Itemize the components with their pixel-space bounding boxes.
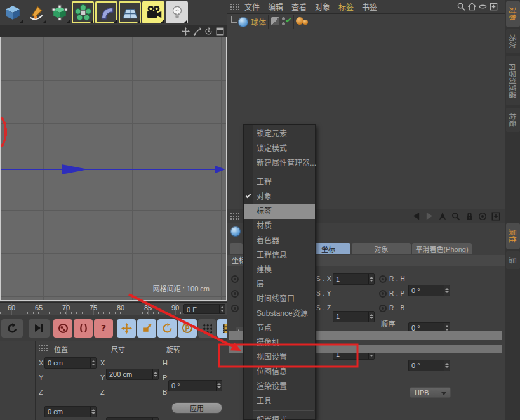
menu-item-nodes[interactable]: 节点 [244, 321, 315, 336]
keyframe-help-button[interactable]: ? [94, 319, 113, 338]
subdivision-surface-icon[interactable] [48, 1, 70, 23]
menu-item-material[interactable]: 材质 [244, 219, 315, 233]
timeline-ruler[interactable]: 60 65 70 75 80 85 90 0 F [0, 302, 227, 315]
menubar-grip[interactable] [230, 3, 239, 10]
goto-end-button[interactable] [29, 319, 50, 338]
search-icon[interactable] [457, 2, 466, 11]
rotation-h-field-attr[interactable]: 0 ° [408, 285, 450, 296]
attribute-grip[interactable] [230, 213, 239, 220]
side-tab-structure[interactable]: 构造 [506, 108, 520, 132]
tab-basic-sliver[interactable] [230, 243, 243, 254]
add-panel-icon[interactable] [489, 2, 498, 11]
animate-parameter-button[interactable]: P [178, 319, 197, 338]
cloner-icon[interactable] [72, 1, 94, 23]
up-icon[interactable] [437, 211, 448, 221]
menu-bookmarks[interactable]: 书签 [362, 1, 377, 12]
layer-color-swatch[interactable] [271, 17, 279, 25]
keyframe-circle[interactable] [379, 305, 387, 312]
animate-rotation-button[interactable] [157, 319, 177, 338]
viewport-maximize-icon[interactable] [215, 27, 224, 36]
menu-item-project[interactable]: 工程 [244, 175, 315, 190]
rotation-b-field-attr[interactable]: 0 ° [408, 360, 450, 371]
camera-icon[interactable] [142, 1, 164, 23]
viewport-dolly-icon[interactable] [192, 27, 201, 36]
point-level-animation-button[interactable] [198, 319, 216, 338]
scale-x-field[interactable]: 1 [333, 273, 375, 285]
menu-item-render-settings[interactable]: 渲染设置 [244, 379, 315, 394]
menu-item-lock-mode[interactable]: 锁定模式 [244, 141, 315, 156]
keyframe-circle[interactable] [231, 305, 239, 312]
frame-spinner[interactable] [219, 305, 225, 313]
menu-item-project-info[interactable]: 工程信息 [244, 248, 315, 263]
light-icon[interactable] [166, 1, 188, 23]
menu-item-modeling[interactable]: 建模 [244, 263, 315, 277]
menu-item-tags[interactable]: 标签 [244, 204, 315, 219]
tab-phong[interactable]: 平滑着色(Phong) [412, 243, 472, 254]
menu-item-bitmap-info[interactable]: 位图信息 [244, 365, 315, 379]
rotation-h-field[interactable]: 0 ° [168, 380, 222, 391]
side-tab-content-browser[interactable]: 内容浏览器 [506, 56, 520, 105]
lens-icon[interactable] [478, 2, 488, 11]
object-row-sphere[interactable]: 球体 [227, 15, 505, 29]
menu-item-timeline-window[interactable]: 时间线窗口 [244, 292, 315, 306]
menu-item-tools[interactable]: 工具 [244, 394, 315, 409]
menu-item-shader[interactable]: 着色器 [244, 233, 315, 248]
panel-grip[interactable] [38, 345, 48, 351]
editor-visibility-dot[interactable] [282, 17, 285, 20]
menu-item-viewport-settings[interactable]: 视图设置 [244, 350, 315, 365]
side-tab-takes[interactable]: 场次 [506, 29, 520, 53]
menu-item-layer[interactable]: 层 [244, 277, 315, 292]
record-keyframe-button[interactable] [53, 319, 72, 338]
lock-icon[interactable] [464, 211, 474, 221]
menu-tags[interactable]: 标签 [338, 1, 354, 12]
home-icon[interactable] [467, 2, 477, 11]
render-visibility-dot[interactable] [282, 22, 285, 25]
autokey-button[interactable] [74, 319, 93, 338]
forward-icon[interactable] [424, 211, 434, 221]
animate-position-button[interactable] [117, 319, 136, 338]
add-icon[interactable] [491, 211, 501, 221]
bend-deformer-icon[interactable] [95, 1, 117, 23]
current-frame-field[interactable]: 0 F [183, 304, 225, 314]
viewport[interactable]: 网格间距 : 100 cm [0, 37, 227, 301]
play-loop-button[interactable] [1, 319, 23, 338]
menu-item-new-attribute-manager[interactable]: 新建属性管理器... [244, 156, 315, 171]
phong-tag-icon-small[interactable] [303, 20, 308, 25]
order-dropdown[interactable]: HPB [410, 387, 451, 398]
viewport-pan-icon[interactable] [181, 27, 190, 36]
size-y-field[interactable]: 200 cm [106, 417, 159, 420]
position-x-field[interactable]: 0 cm [44, 357, 97, 369]
keyframe-circle[interactable] [379, 290, 387, 298]
menu-object[interactable]: 对象 [315, 1, 330, 12]
position-y-field[interactable]: 0 cm [44, 406, 97, 417]
menu-item-object[interactable]: 对象 [244, 190, 315, 204]
size-x-field[interactable]: 200 cm [106, 369, 159, 380]
pen-spline-icon[interactable] [25, 1, 47, 23]
scale-y-field[interactable]: 1 [333, 311, 375, 322]
side-tab-attributes[interactable]: 属性 [506, 223, 520, 249]
keyframe-circle[interactable] [379, 275, 387, 283]
menu-item-lock-element[interactable]: 锁定元素 [244, 127, 315, 141]
cube-primitive-icon[interactable] [1, 1, 23, 23]
object-name-label[interactable]: 球体 [251, 16, 266, 27]
apply-button[interactable]: 应用 [171, 402, 222, 414]
target-icon[interactable] [477, 211, 488, 221]
side-tab-layers[interactable]: 层 [506, 251, 520, 269]
side-tab-objects[interactable]: 对象 [506, 1, 520, 27]
search-icon[interactable] [451, 211, 461, 221]
viewport-rotate-icon[interactable] [204, 27, 213, 36]
sphere-object-icon[interactable] [238, 17, 248, 27]
menu-edit[interactable]: 编辑 [268, 1, 283, 12]
enabled-check-icon[interactable] [286, 17, 291, 22]
menu-item-camera[interactable]: 摄像机 [244, 336, 315, 350]
floor-icon[interactable] [119, 1, 141, 23]
animate-scale-button[interactable] [137, 319, 156, 338]
tab-object[interactable]: 对象 [352, 243, 411, 254]
menu-view[interactable]: 查看 [291, 1, 307, 12]
menu-item-substance-assets[interactable]: Substance资源 [244, 306, 315, 321]
menu-item-configuration-mode[interactable]: 配置模式 [244, 413, 315, 420]
keyframe-circle[interactable] [231, 290, 239, 298]
keyframe-circle[interactable] [231, 275, 239, 283]
back-icon[interactable] [411, 211, 421, 221]
menu-file[interactable]: 文件 [244, 1, 260, 12]
